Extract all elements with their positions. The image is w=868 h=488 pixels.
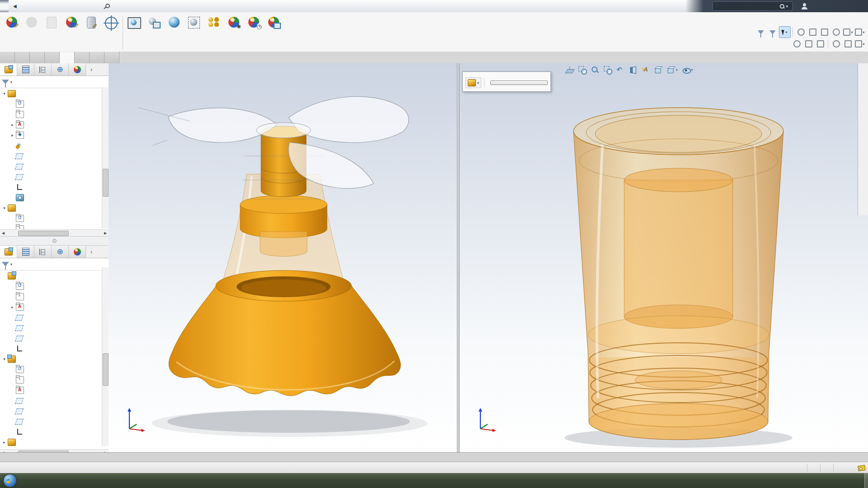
- assembly-3d-model[interactable]: [109, 63, 457, 452]
- dimxpertmanager-tab[interactable]: ⊕: [52, 63, 69, 76]
- tree-item[interactable]: [0, 395, 109, 406]
- headsup-zoom-to-area[interactable]: [576, 64, 588, 75]
- tree-item[interactable]: [0, 140, 109, 151]
- search-caret-icon[interactable]: ▾: [786, 4, 788, 9]
- tree-item[interactable]: [0, 364, 109, 374]
- search-icon[interactable]: [779, 4, 785, 9]
- toolbar-button-edit-decal[interactable]: [81, 14, 101, 50]
- tree-item[interactable]: [0, 182, 109, 192]
- expand-arrow-icon[interactable]: ▸: [9, 305, 15, 309]
- quickaccess-magnified-selection[interactable]: [831, 38, 842, 49]
- tree-item[interactable]: [0, 343, 109, 354]
- quickaccess-filter-clear[interactable]: [767, 27, 778, 38]
- quickaccess-snap-rect[interactable]: [819, 27, 830, 38]
- start-button[interactable]: [4, 474, 16, 487]
- tab-直接编辑[interactable]: [75, 52, 90, 63]
- tree-item[interactable]: [0, 385, 109, 395]
- tree-item[interactable]: [0, 151, 109, 161]
- toolbar-button-render-region[interactable]: [184, 14, 204, 50]
- configurationmanager-tab[interactable]: [34, 63, 52, 76]
- tree-item[interactable]: [0, 270, 109, 281]
- tab-渲染工具[interactable]: [60, 52, 75, 63]
- tree-item[interactable]: ▸: [0, 130, 109, 140]
- toolbar-button-final-render[interactable]: [164, 14, 184, 50]
- panel-tabs-overflow-icon[interactable]: ›: [86, 246, 97, 258]
- tree-bottom-vscrollbar[interactable]: [102, 267, 109, 446]
- units-selector[interactable]: [833, 464, 853, 472]
- quickaccess-filter-annotations[interactable]: [843, 38, 854, 49]
- tab-装配体[interactable]: [0, 52, 15, 63]
- tree-top-vscrollbar[interactable]: [102, 87, 109, 228]
- expand-arrow-icon[interactable]: ▸: [1, 440, 7, 445]
- headsup-section-view[interactable]: [627, 64, 639, 75]
- filter-caret-icon[interactable]: ▾: [10, 262, 12, 266]
- tree-item[interactable]: [0, 109, 109, 119]
- quickaccess-snap-sketch[interactable]: ▾: [843, 27, 854, 38]
- scroll-left-icon[interactable]: ◀: [0, 231, 6, 235]
- quickaccess-filter-vertices[interactable]: [792, 38, 802, 49]
- doc-minimize-button[interactable]: [813, 64, 825, 73]
- propertymanager-tab[interactable]: [17, 63, 34, 76]
- tab-MBD[interactable]: [90, 52, 104, 63]
- exit-preview-button[interactable]: [490, 81, 548, 85]
- featuremanager-tab[interactable]: [0, 246, 17, 258]
- show-desktop-button[interactable]: [864, 473, 868, 488]
- expand-arrow-icon[interactable]: ▸: [9, 123, 15, 127]
- headsup-zoom-to-selection[interactable]: [602, 64, 613, 75]
- tree-item[interactable]: [0, 192, 109, 203]
- expand-arrow-icon[interactable]: ▸: [9, 133, 15, 137]
- tab-布局[interactable]: [15, 52, 30, 63]
- tree-item[interactable]: [0, 99, 109, 109]
- tree-filter-row-top[interactable]: ▾: [0, 76, 109, 88]
- expand-arrow-icon[interactable]: ▾: [1, 357, 7, 361]
- login-user-icon[interactable]: [801, 3, 808, 10]
- tab-SOLIDWORKS 插件[interactable]: [104, 52, 119, 63]
- toolbar-button-edit-scene[interactable]: [62, 14, 81, 50]
- filter-icon[interactable]: [2, 80, 9, 84]
- headsup-zoom-to-fit[interactable]: [564, 64, 575, 75]
- splitter-handle[interactable]: [52, 239, 57, 243]
- tree-item[interactable]: [0, 416, 109, 426]
- tree-item[interactable]: [0, 426, 109, 437]
- tab-评估[interactable]: [45, 52, 60, 63]
- toolbar-button-edit-appearance[interactable]: [2, 14, 22, 50]
- toolbar-button-proof-sheet[interactable]: [204, 14, 224, 50]
- viewport-left-assembly[interactable]: [109, 63, 457, 452]
- displaymanager-tab[interactable]: [69, 63, 86, 76]
- tab-草图[interactable]: [30, 52, 45, 63]
- quickaccess-filter-planes[interactable]: ▾: [854, 38, 865, 49]
- tree-item[interactable]: [0, 406, 109, 416]
- featuremanager-tab[interactable]: [0, 63, 17, 76]
- quickaccess-selection-filter-toggle[interactable]: [755, 27, 766, 38]
- filter-caret-icon[interactable]: ▾: [10, 80, 12, 84]
- menu-collapse-icon[interactable]: ◀: [13, 4, 17, 9]
- quickaccess-snap-arc[interactable]: [831, 27, 842, 38]
- tag-icon[interactable]: [858, 464, 866, 471]
- close-button[interactable]: [853, 0, 868, 12]
- minimize-button[interactable]: [822, 0, 837, 12]
- tree-item[interactable]: [0, 223, 109, 229]
- scrollbar-thumb[interactable]: [103, 353, 109, 386]
- panel-tabs-overflow-icon[interactable]: ›: [86, 63, 97, 76]
- headsup-display-style[interactable]: ▾: [665, 64, 679, 75]
- quickaccess-filter-faces[interactable]: [815, 38, 826, 49]
- tree-item[interactable]: ▾: [0, 88, 109, 99]
- tree-item[interactable]: [0, 213, 109, 223]
- tree-item[interactable]: [0, 374, 109, 385]
- tree-item[interactable]: ▸: [0, 119, 109, 130]
- tree-item[interactable]: ▾: [0, 203, 109, 213]
- tree-item[interactable]: [0, 171, 109, 182]
- toolbar-button-preview-window[interactable]: [144, 14, 164, 50]
- headsup-previous-view[interactable]: [614, 64, 626, 75]
- configurationmanager-tab[interactable]: [34, 246, 52, 258]
- tree-item[interactable]: [0, 161, 109, 171]
- expand-arrow-icon[interactable]: ▾: [1, 91, 7, 96]
- headsup-dynamic-annotation[interactable]: [640, 64, 651, 75]
- tree-item[interactable]: ▸: [0, 302, 109, 312]
- propertymanager-tab[interactable]: [17, 246, 34, 258]
- tree-item[interactable]: [0, 312, 109, 322]
- dimxpertmanager-tab[interactable]: ⊕: [52, 246, 69, 258]
- displaymanager-tab[interactable]: [69, 246, 86, 258]
- doc-restore-button[interactable]: [825, 64, 836, 73]
- doc-close-button[interactable]: [836, 64, 848, 73]
